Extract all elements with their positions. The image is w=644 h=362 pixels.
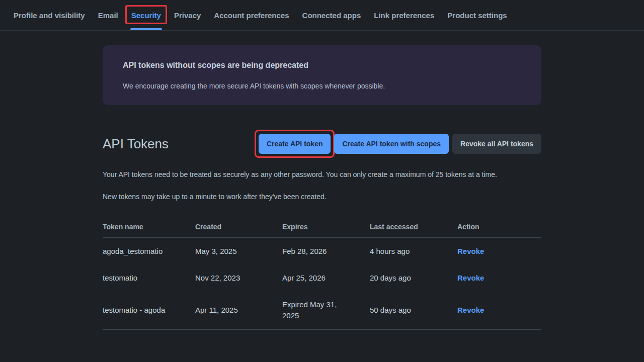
nav-item-label: Product settings	[447, 11, 507, 20]
expires-cell: Expired May 31, 2025	[282, 291, 370, 329]
token-name-cell: agoda_testomatio	[103, 237, 195, 264]
table-header-row: Token name Created Expires Last accessed…	[103, 223, 541, 237]
column-header-last-accessed: Last accessed	[370, 223, 457, 237]
last-accessed-cell: 50 days ago	[370, 291, 457, 329]
description-paragraph-1: Your API tokens need to be treated as se…	[103, 169, 498, 180]
last-accessed-cell: 4 hours ago	[370, 237, 457, 264]
api-tokens-description: Your API tokens need to be treated as se…	[103, 169, 498, 202]
annotation-red-box: Create API token	[255, 130, 335, 158]
nav-item-privacy[interactable]: Privacy	[174, 0, 201, 30]
deprecation-banner: API tokens without scopes are being depr…	[103, 45, 541, 105]
page-title: API Tokens	[103, 136, 259, 152]
api-token-actions: Create API token Create API token with s…	[259, 134, 541, 154]
revoke-link[interactable]: Revoke	[457, 306, 484, 314]
token-name-cell: testomatio - agoda	[103, 291, 195, 329]
table-row: agoda_testomatio May 3, 2025 Feb 28, 202…	[103, 237, 541, 264]
created-cell: Apr 11, 2025	[195, 291, 282, 329]
nav-item-security[interactable]: Security	[131, 0, 161, 30]
nav-item-label: Link preferences	[374, 11, 434, 20]
revoke-link[interactable]: Revoke	[457, 247, 484, 255]
create-api-token-button[interactable]: Create API token	[259, 134, 331, 154]
nav-item-label: Account preferences	[214, 11, 289, 20]
security-settings-content: API tokens without scopes are being depr…	[103, 45, 541, 330]
nav-item-email[interactable]: Email	[98, 0, 118, 30]
nav-item-product-settings[interactable]: Product settings	[447, 0, 507, 30]
banner-message: We encourage creating the more secure AP…	[123, 82, 521, 90]
nav-item-profile-and-visibility[interactable]: Profile and visibility	[14, 0, 85, 30]
nav-item-connected-apps[interactable]: Connected apps	[302, 0, 361, 30]
expires-cell: Apr 25, 2026	[282, 264, 370, 291]
column-header-expires: Expires	[282, 223, 370, 237]
nav-item-link-preferences[interactable]: Link preferences	[374, 0, 434, 30]
created-cell: Nov 22, 2023	[195, 264, 282, 291]
table-row: testomatio - agoda Apr 11, 2025 Expired …	[103, 291, 541, 329]
column-header-created: Created	[195, 223, 282, 237]
column-header-token-name: Token name	[103, 223, 195, 237]
nav-item-label: Profile and visibility	[14, 11, 85, 20]
token-name-cell: testomatio	[103, 264, 195, 291]
description-paragraph-2: New tokens may take up to a minute to wo…	[103, 191, 498, 202]
revoke-link[interactable]: Revoke	[457, 274, 484, 282]
api-tokens-table: Token name Created Expires Last accessed…	[103, 223, 541, 330]
nav-item-label: Connected apps	[302, 11, 361, 20]
nav-item-label: Privacy	[174, 11, 201, 20]
banner-title: API tokens without scopes are being depr…	[123, 61, 521, 70]
last-accessed-cell: 20 days ago	[370, 264, 457, 291]
nav-item-label: Security	[131, 11, 161, 20]
created-cell: May 3, 2025	[195, 237, 282, 264]
expires-cell: Feb 28, 2026	[282, 237, 370, 264]
nav-item-account-preferences[interactable]: Account preferences	[214, 0, 289, 30]
column-header-action: Action	[457, 223, 541, 237]
table-row: testomatio Nov 22, 2023 Apr 25, 2026 20 …	[103, 264, 541, 291]
revoke-all-api-tokens-button[interactable]: Revoke all API tokens	[452, 134, 541, 154]
api-tokens-section-head: API Tokens Create API token Create API t…	[103, 134, 541, 154]
settings-nav: Profile and visibility Email Security Pr…	[0, 0, 644, 31]
nav-item-label: Email	[98, 11, 118, 20]
create-api-token-with-scopes-button[interactable]: Create API token with scopes	[334, 134, 449, 154]
